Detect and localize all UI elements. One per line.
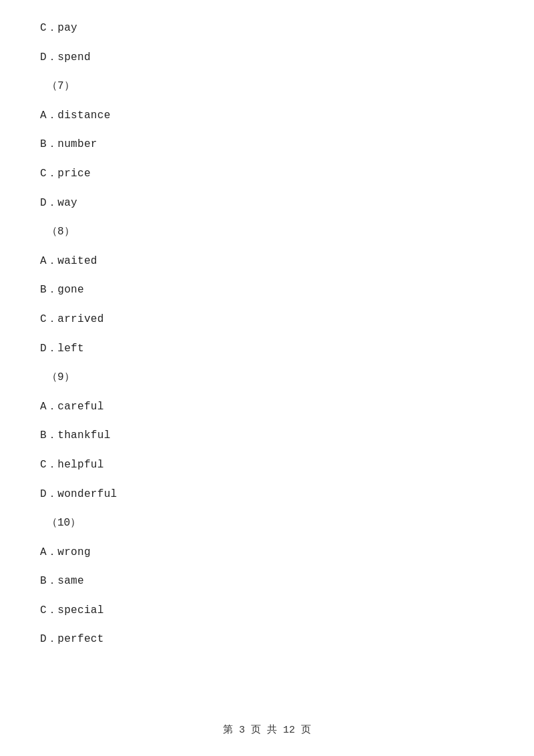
- q8-option-a: A．waited: [40, 253, 494, 270]
- page-footer: 第 3 页 共 12 页: [0, 723, 534, 736]
- q7-option-a: A．distance: [40, 108, 494, 125]
- q7-option-b: B．number: [40, 136, 494, 154]
- q10-option-b: B．same: [40, 573, 494, 590]
- question-9-number: （9）: [40, 369, 494, 387]
- q9-option-a: A．careful: [40, 399, 494, 416]
- question-7-number: （7）: [40, 78, 494, 96]
- page-content: C．pay D．spend （7） A．distance B．number C．…: [0, 0, 534, 701]
- q10-option-a: A．wrong: [40, 544, 494, 562]
- question-8-number: （8）: [40, 224, 494, 241]
- question-10-number: （10）: [40, 515, 494, 532]
- q8-option-b: B．gone: [40, 282, 494, 299]
- q8-option-c: C．arrived: [40, 311, 494, 329]
- q9-option-d: D．wonderful: [40, 486, 494, 504]
- q9-option-b: B．thankful: [40, 427, 494, 445]
- q9-option-c: C．helpful: [40, 457, 494, 474]
- q8-option-d: D．left: [40, 341, 494, 358]
- q7-option-c: C．price: [40, 166, 494, 183]
- q10-option-c: C．special: [40, 602, 494, 620]
- q7-option-d: D．way: [40, 195, 494, 212]
- q10-option-d: D．perfect: [40, 631, 494, 648]
- option-d-spend: D．spend: [40, 49, 494, 67]
- option-c-pay: C．pay: [40, 20, 494, 37]
